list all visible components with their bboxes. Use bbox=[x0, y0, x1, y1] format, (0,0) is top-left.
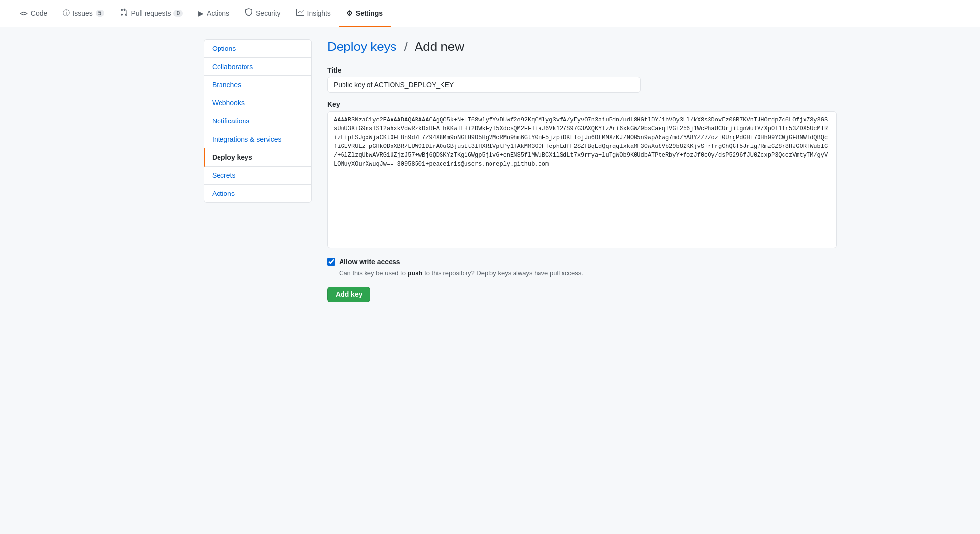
page-subtitle: Add new bbox=[415, 39, 464, 54]
insights-icon bbox=[296, 8, 304, 18]
tab-actions-label: Actions bbox=[207, 9, 229, 17]
tab-settings[interactable]: ⚙ Settings bbox=[339, 0, 391, 27]
tab-actions[interactable]: ▶ Actions bbox=[191, 0, 237, 27]
sidebar-item-collaborators[interactable]: Collaborators bbox=[204, 58, 311, 76]
add-key-button[interactable]: Add key bbox=[327, 287, 370, 302]
allow-write-checkbox[interactable] bbox=[327, 258, 335, 266]
sidebar-item-deploy-keys[interactable]: Deploy keys bbox=[204, 148, 311, 167]
tab-insights-label: Insights bbox=[307, 9, 331, 17]
tab-code[interactable]: <> Code bbox=[12, 0, 55, 27]
title-form-group: Title bbox=[327, 66, 837, 93]
sidebar-item-webhooks[interactable]: Webhooks bbox=[204, 94, 311, 112]
tab-security-label: Security bbox=[256, 9, 281, 17]
tab-insights[interactable]: Insights bbox=[289, 0, 339, 27]
security-icon bbox=[245, 8, 253, 18]
settings-icon: ⚙ bbox=[346, 9, 353, 17]
breadcrumb-separator: / bbox=[404, 39, 408, 54]
key-textarea-wrapper: AAAAB3NzaC1yc2EAAAADAQABAAACAgQC5k+N+LT6… bbox=[327, 111, 837, 250]
key-textarea[interactable]: AAAAB3NzaC1yc2EAAAADAQABAAACAgQC5k+N+LT6… bbox=[327, 111, 837, 248]
tab-pr-label: Pull requests bbox=[131, 9, 171, 17]
code-icon: <> bbox=[20, 9, 28, 17]
pr-badge: 0 bbox=[173, 10, 183, 17]
title-input[interactable] bbox=[327, 77, 641, 93]
pr-icon bbox=[120, 8, 128, 18]
sidebar: Options Collaborators Branches Webhooks … bbox=[204, 39, 312, 203]
key-label: Key bbox=[327, 100, 837, 108]
sidebar-item-branches[interactable]: Branches bbox=[204, 76, 311, 94]
issues-icon: ⓘ bbox=[63, 9, 70, 18]
actions-icon: ▶ bbox=[198, 9, 204, 17]
tab-settings-label: Settings bbox=[356, 9, 383, 17]
allow-write-desc: Can this key be used to push to this rep… bbox=[339, 269, 837, 277]
issues-badge: 5 bbox=[96, 10, 105, 17]
key-form-group: Key AAAAB3NzaC1yc2EAAAADAQABAAACAgQC5k+N… bbox=[327, 100, 837, 250]
tab-issues[interactable]: ⓘ Issues 5 bbox=[55, 0, 112, 27]
main-layout: Options Collaborators Branches Webhooks … bbox=[196, 39, 784, 302]
sidebar-item-integrations[interactable]: Integrations & services bbox=[204, 130, 311, 148]
tab-pull-requests[interactable]: Pull requests 0 bbox=[112, 0, 191, 27]
breadcrumb-deploy-keys[interactable]: Deploy keys bbox=[327, 39, 397, 54]
sidebar-item-notifications[interactable]: Notifications bbox=[204, 112, 311, 130]
sidebar-item-actions[interactable]: Actions bbox=[204, 185, 311, 202]
tab-security[interactable]: Security bbox=[237, 0, 289, 27]
sidebar-item-options[interactable]: Options bbox=[204, 40, 311, 58]
sidebar-item-secrets[interactable]: Secrets bbox=[204, 167, 311, 185]
main-content: Deploy keys / Add new Title Key AAAAB3Nz… bbox=[312, 39, 853, 302]
top-nav: <> Code ⓘ Issues 5 Pull requests 0 ▶ Act… bbox=[0, 0, 980, 27]
tab-issues-label: Issues bbox=[73, 9, 92, 17]
title-label: Title bbox=[327, 66, 837, 74]
allow-write-row: Allow write access bbox=[327, 258, 837, 266]
page-heading: Deploy keys / Add new bbox=[327, 39, 837, 54]
allow-write-label[interactable]: Allow write access bbox=[339, 258, 400, 266]
tab-code-label: Code bbox=[31, 9, 47, 17]
